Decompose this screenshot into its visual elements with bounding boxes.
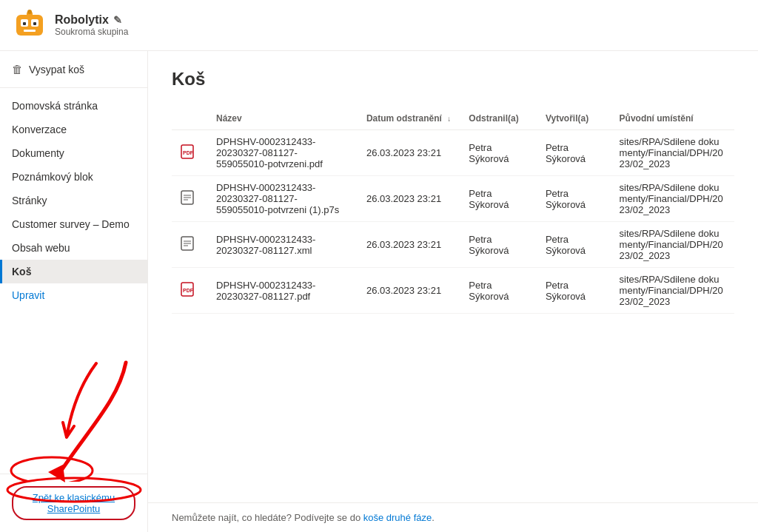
layout: 🗑 Vysypat koš Domovská stránka Konverzac… xyxy=(0,51,758,532)
sidebar: 🗑 Vysypat koš Domovská stránka Konverzac… xyxy=(0,51,148,532)
sidebar-nav: Domovská stránka Konverzace Dokumenty Po… xyxy=(0,88,147,474)
footer-link[interactable]: koše druhé fáze xyxy=(363,512,432,523)
main-content: Koš Název Datum odstranění ↓ Odstranil(a… xyxy=(148,51,758,502)
sidebar-item-stranky[interactable]: Stránky xyxy=(0,189,147,212)
edit-icon[interactable]: ✎ xyxy=(113,14,122,26)
col-created-by-header: Vytvořil(a) xyxy=(537,107,611,130)
file-created-by: Petra Sýkorová xyxy=(537,268,611,314)
file-name: DPHSHV-0002312433-20230327-081127-559055… xyxy=(216,182,339,215)
back-to-classic-sharepoint-button[interactable]: Zpět ke klasickému SharePointu xyxy=(12,486,135,520)
sidebar-item-kos[interactable]: Koš xyxy=(0,260,147,283)
file-date: 26.03.2023 23:21 xyxy=(358,176,460,222)
table-row[interactable]: DPHSHV-0002312433-20230327-081127.xml26.… xyxy=(172,222,734,268)
pdf-icon: PDF xyxy=(181,286,194,299)
file-date: 26.03.2023 23:21 xyxy=(358,222,460,268)
sidebar-item-customer-survey-demo[interactable]: Customer survey – Demo xyxy=(0,212,147,236)
file-icon-cell: PDF xyxy=(172,268,207,314)
file-location: sites/RPA/Sdilene dokumenty/Financial/DP… xyxy=(611,176,734,222)
col-name-header: Název xyxy=(207,107,358,130)
file-deleted-by: Petra Sýkorová xyxy=(460,176,537,222)
file-icon-cell xyxy=(172,176,207,222)
file-location: sites/RPA/Sdilene dokumenty/Financial/DP… xyxy=(611,130,734,176)
file-deleted-by: Petra Sýkorová xyxy=(460,222,537,268)
file-date: 26.03.2023 23:21 xyxy=(358,130,460,176)
sort-arrow: ↓ xyxy=(447,115,451,123)
header: Robolytix ✎ Soukromá skupina xyxy=(0,0,758,51)
sidebar-item-konverzace[interactable]: Konverzace xyxy=(0,118,147,141)
sidebar-item-poznamkovy-blok[interactable]: Poznámkový blok xyxy=(0,165,147,189)
svg-rect-4 xyxy=(33,22,36,25)
table-body: PDFDPHSHV-0002312433-20230327-081127-559… xyxy=(172,130,734,314)
page-title: Koš xyxy=(172,69,734,90)
site-title: Robolytix ✎ xyxy=(55,13,128,27)
file-icon xyxy=(181,240,194,253)
file-table: Název Datum odstranění ↓ Odstranil(a) Vy… xyxy=(172,107,734,314)
table-row[interactable]: PDFDPHSHV-0002312433-20230327-081127.pdf… xyxy=(172,268,734,314)
file-name-cell: DPHSHV-0002312433-20230327-081127-559055… xyxy=(207,176,358,222)
sidebar-item-dokumenty[interactable]: Dokumenty xyxy=(0,141,147,165)
col-deleted-by-header: Odstranil(a) xyxy=(460,107,537,130)
file-deleted-by: Petra Sýkorová xyxy=(460,268,537,314)
site-subtitle: Soukromá skupina xyxy=(55,27,128,37)
file-deleted-by: Petra Sýkorová xyxy=(460,130,537,176)
file-icon-cell: PDF xyxy=(172,130,207,176)
file-location: sites/RPA/Sdilene dokumenty/Financial/DP… xyxy=(611,268,734,314)
trash-icon: 🗑 xyxy=(12,63,23,75)
empty-trash-button[interactable]: 🗑 Vysypat koš xyxy=(12,60,84,78)
svg-point-7 xyxy=(27,10,32,14)
file-name: DPHSHV-0002312433-20230327-081127-559055… xyxy=(216,136,323,169)
file-created-by: Petra Sýkorová xyxy=(537,176,611,222)
table-row[interactable]: DPHSHV-0002312433-20230327-081127-559055… xyxy=(172,176,734,222)
svg-rect-5 xyxy=(24,30,36,32)
logo-icon xyxy=(12,7,47,43)
file-location: sites/RPA/Sdilene dokumenty/Financial/DP… xyxy=(611,222,734,268)
col-date-header[interactable]: Datum odstranění ↓ xyxy=(358,107,460,130)
file-name: DPHSHV-0002312433-20230327-081127.pdf xyxy=(216,280,315,302)
footer-hint: Nemůžete najít, co hledáte? Podívejte se… xyxy=(148,502,758,532)
sidebar-top: 🗑 Vysypat koš xyxy=(0,51,147,88)
footer-hint-text: Nemůžete najít, co hledáte? Podívejte se… xyxy=(172,512,363,523)
footer-hint-end: . xyxy=(432,512,435,523)
file-icon-cell xyxy=(172,222,207,268)
file-icon xyxy=(181,195,194,207)
logo-container: Robolytix ✎ Soukromá skupina xyxy=(12,7,128,43)
sidebar-bottom: Zpět ke klasickému SharePointu xyxy=(0,474,147,532)
sidebar-item-upravit[interactable]: Upravit xyxy=(0,283,147,307)
svg-rect-3 xyxy=(23,22,26,25)
file-date: 26.03.2023 23:21 xyxy=(358,268,460,314)
pdf-icon: PDF xyxy=(181,149,194,161)
file-name-cell: DPHSHV-0002312433-20230327-081127-559055… xyxy=(207,130,358,176)
sidebar-item-domovska-stranka[interactable]: Domovská stránka xyxy=(0,94,147,118)
svg-text:PDF: PDF xyxy=(183,288,194,293)
svg-text:PDF: PDF xyxy=(183,150,194,155)
file-created-by: Petra Sýkorová xyxy=(537,222,611,268)
file-created-by: Petra Sýkorová xyxy=(537,130,611,176)
site-title-text: Robolytix xyxy=(55,13,109,27)
table-header: Název Datum odstranění ↓ Odstranil(a) Vy… xyxy=(172,107,734,130)
table-row[interactable]: PDFDPHSHV-0002312433-20230327-081127-559… xyxy=(172,130,734,176)
svg-rect-0 xyxy=(16,15,43,36)
file-name: DPHSHV-0002312433-20230327-081127.xml xyxy=(216,234,315,256)
col-location-header: Původní umístění xyxy=(611,107,734,130)
col-icon-header xyxy=(172,107,207,130)
sidebar-item-obsah-webu[interactable]: Obsah webu xyxy=(0,236,147,260)
file-name-cell: DPHSHV-0002312433-20230327-081127.pdf xyxy=(207,268,358,314)
logo-text-block: Robolytix ✎ Soukromá skupina xyxy=(55,13,128,37)
file-name-cell: DPHSHV-0002312433-20230327-081127.xml xyxy=(207,222,358,268)
empty-trash-label: Vysypat koš xyxy=(29,64,84,75)
